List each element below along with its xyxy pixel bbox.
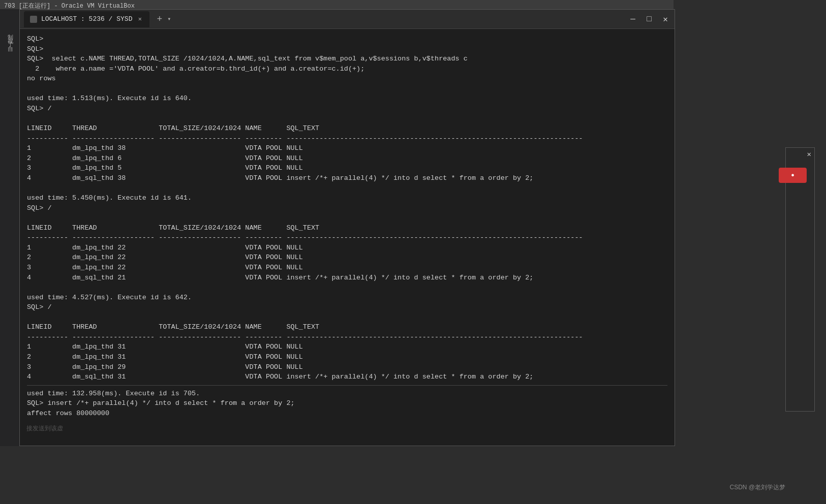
- terminal-content[interactable]: SQL> SQL> SQL> select c.NAME THREAD,TOTA…: [20, 29, 675, 446]
- window-controls: — □ ✕: [628, 14, 670, 24]
- watermark-text: CSDN @老刘学达梦: [729, 484, 785, 491]
- popup-close-button[interactable]: ✕: [804, 148, 814, 161]
- tab-icon: [30, 16, 37, 23]
- maximize-button[interactable]: □: [644, 14, 654, 24]
- popup-window: ✕: [785, 147, 815, 412]
- terminal-window: LOCALHOST : 5236 / SYSD ✕ + ▾ — □ ✕ SQL>…: [19, 9, 675, 446]
- tab-dropdown-button[interactable]: ▾: [165, 15, 173, 23]
- bottom-hint-text: 接发送到该虚: [26, 424, 63, 433]
- notification-icon: ●: [791, 172, 794, 178]
- minimize-button[interactable]: —: [628, 14, 638, 24]
- new-tab-button[interactable]: +: [154, 14, 165, 24]
- left-panel: 制 视 了 自: [0, 9, 19, 446]
- tab-close-button[interactable]: ✕: [136, 16, 143, 23]
- tab-label: LOCALHOST : 5236 / SYSD: [41, 15, 132, 23]
- notification-bar: ●: [779, 168, 807, 183]
- watermark: CSDN @老刘学达梦: [729, 483, 785, 492]
- terminal-tab[interactable]: LOCALHOST : 5236 / SYSD ✕: [24, 11, 149, 27]
- close-button[interactable]: ✕: [660, 14, 670, 24]
- terminal-titlebar: LOCALHOST : 5236 / SYSD ✕ + ▾ — □ ✕: [20, 10, 675, 29]
- os-title-text: 703 [正在运行] - Oracle VM VirtualBox: [4, 2, 135, 10]
